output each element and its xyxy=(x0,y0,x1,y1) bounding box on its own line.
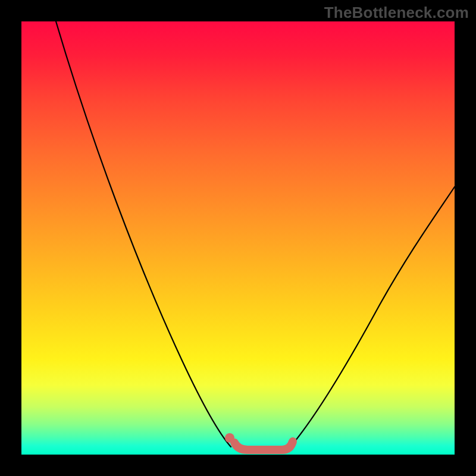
watermark-text: TheBottleneck.com xyxy=(324,4,469,22)
curve-right-branch xyxy=(290,187,455,447)
chart-frame: TheBottleneck.com xyxy=(0,0,476,476)
chart-svg xyxy=(21,21,455,455)
chart-plot-area xyxy=(21,21,455,455)
curve-left-branch xyxy=(56,21,231,447)
curve-flat-bottom xyxy=(234,441,293,450)
